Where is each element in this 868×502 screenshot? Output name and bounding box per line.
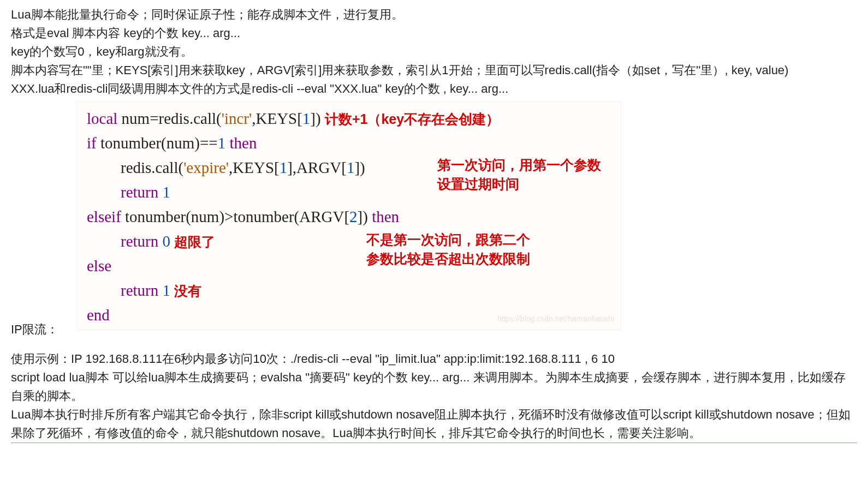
intro-para-5: XXX.lua和redis-cli同级调用脚本文件的方式是redis-cli -… — [11, 80, 857, 98]
annotation-compare: 不是第一次访问，跟第二个参数比较是否超出次数限制 — [366, 230, 530, 268]
annotation-first-visit: 第一次访问，用第一个参数设置过期时间 — [437, 156, 601, 194]
code-line-1: local num=redis.call('incr',KEYS[1]) 计数+… — [87, 106, 611, 131]
intro-para-1: Lua脚本能批量执行命令；同时保证原子性；能存成脚本文件，进行复用。 — [11, 5, 857, 24]
intro-para-3: key的个数写0，key和arg就没有。 — [11, 43, 857, 61]
code-line-6: return 0 超限了 — [87, 229, 611, 254]
ip-limit-label: IP限流： — [11, 322, 58, 336]
annotation-over-limit: 超限了 — [174, 234, 215, 249]
intro-para-4: 脚本内容写在""里；KEYS[索引]用来获取key，ARGV[索引]用来获取参数… — [11, 61, 857, 80]
code-line-5: elseif tonumber(num)>tonumber(ARGV[2]) t… — [87, 205, 611, 229]
code-line-7: else — [87, 254, 611, 278]
watermark-text: https://blog.csdn.net/haoranhaoshi — [497, 313, 614, 325]
bottom-para-3: Lua脚本执行时排斥所有客户端其它命令执行，除非script kill或shut… — [11, 405, 857, 443]
annotation-not-over: 没有 — [174, 283, 201, 298]
code-line-8: return 1 没有 — [87, 278, 611, 303]
annotation-incr: 计数+1（key不存在会创建） — [325, 111, 500, 127]
code-line-2: if tonumber(num)==1 then — [87, 131, 611, 156]
code-block: local num=redis.call('incr',KEYS[1]) 计数+… — [76, 101, 621, 330]
intro-para-2: 格式是eval 脚本内容 key的个数 key... arg... — [11, 24, 857, 43]
bottom-para-2: script load lua脚本 可以给lua脚本生成摘要码；evalsha … — [11, 368, 857, 405]
bottom-para-1: 使用示例：IP 192.168.8.111在6秒内最多访问10次：./redis… — [11, 350, 857, 368]
